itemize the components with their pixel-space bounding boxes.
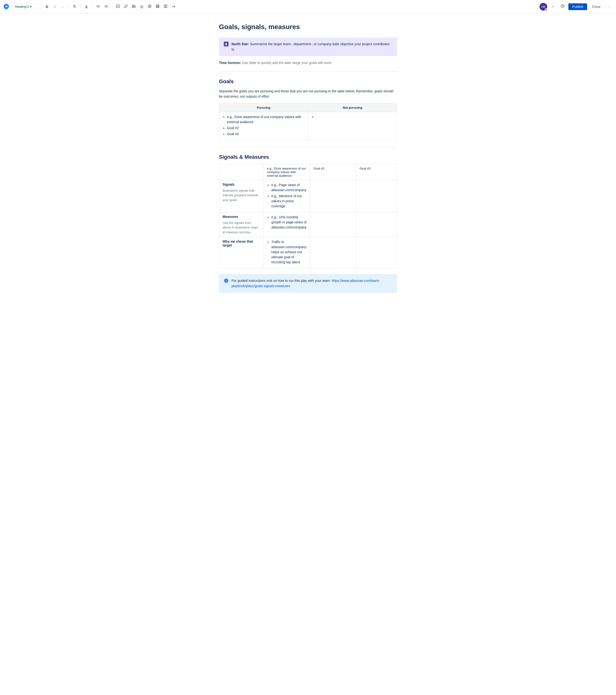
heading-selector[interactable]: Heading 2 ▾ — [13, 4, 39, 10]
insert-more-button[interactable]: +▾ — [170, 3, 177, 11]
ellipsis-icon: ··· — [61, 5, 64, 9]
why-label-cell: Why we chose that target — [219, 237, 264, 268]
time-horizon-label: Time horizon: — [219, 61, 241, 65]
heading-selector-label: Heading 2 — [15, 5, 29, 9]
link-button[interactable] — [122, 3, 130, 11]
pursuing-header: Pursuing — [219, 103, 308, 112]
plus-icon: + — [552, 5, 554, 9]
toolbar: Heading 2 ▾ B I ··· A — [0, 0, 616, 14]
toolbar-divider-4 — [92, 4, 93, 10]
signals-header-row: e.g., Drive awareness of our company val… — [219, 164, 397, 180]
section-divider-2 — [219, 147, 397, 147]
add-collaborator-button[interactable]: + — [549, 3, 557, 11]
signals-col2-header: e.g., Drive awareness of our company val… — [264, 164, 310, 180]
versions-button[interactable] — [559, 3, 566, 11]
info-callout-text: For guided instructions visit on how to … — [232, 278, 392, 289]
overflow-icon: ··· — [608, 5, 611, 9]
measures-label-cell: Measures Use the signals from above to b… — [219, 212, 264, 237]
table-row: e.g., Drive awareness of our company val… — [219, 112, 397, 140]
task-button[interactable] — [114, 3, 122, 11]
goals-table: Pursuing Not pursuing e.g., Drive awaren… — [219, 103, 397, 140]
goals-description: Separate the goals you are pursuing and … — [219, 88, 397, 99]
signals-label-cell: Signals Brainstorm signals that indicate… — [219, 180, 264, 212]
list-item — [316, 115, 394, 120]
north-star-text: North Star: Summarize the larger team-, … — [232, 41, 392, 52]
bold-button[interactable]: B — [43, 3, 51, 11]
info-icon — [224, 278, 229, 284]
insert-group: @ +▾ — [114, 3, 177, 11]
list-item: Goal #2 — [227, 125, 305, 131]
publish-button[interactable]: Publish — [568, 3, 587, 10]
svg-rect-21 — [156, 5, 159, 8]
toolbar-divider-1 — [41, 4, 41, 10]
bullet-list-icon — [96, 4, 100, 9]
link-icon — [124, 4, 128, 9]
overflow-button[interactable]: ··· — [605, 3, 613, 11]
list-item: e.g., 10% monthly growth in page views o… — [271, 215, 306, 230]
table-button[interactable] — [154, 3, 162, 11]
toolbar-divider-3 — [80, 4, 81, 10]
list-item: e.g., Page views of atlassian.com/compan… — [271, 183, 306, 193]
mention-icon: @ — [140, 5, 144, 9]
content-area: Goals, signals, measures North Star: Sum… — [214, 14, 402, 312]
svg-point-18 — [148, 5, 151, 8]
north-star-callout: North Star: Summarize the larger team-, … — [219, 37, 397, 56]
emoji-icon — [148, 4, 152, 9]
layout-button[interactable] — [162, 3, 169, 11]
list-item: e.g., Drive awareness of our company val… — [227, 115, 305, 124]
not-pursuing-header: Not pursuing — [308, 103, 397, 112]
svg-point-5 — [97, 6, 97, 6]
north-star-icon — [224, 41, 229, 47]
page-title: Goals, signals, measures — [219, 23, 397, 31]
ordered-list-button[interactable]: 1.2.3. — [102, 3, 110, 11]
section-divider-1 — [219, 71, 397, 72]
why-row: Why we chose that target Traffic to atla… — [219, 237, 397, 268]
time-horizon: Time horizon: Use /date to quickly add t… — [219, 61, 397, 65]
bullet-list-button[interactable] — [94, 3, 102, 11]
image-button[interactable] — [130, 3, 138, 11]
toolbar-divider-5 — [112, 4, 112, 10]
why-data-cell-2 — [310, 237, 356, 268]
user-avatar[interactable]: CK C — [539, 3, 547, 11]
signals-col3-header: Goal #2 — [310, 164, 356, 180]
signals-heading: Signals & Measures — [219, 154, 397, 160]
svg-point-19 — [149, 6, 149, 6]
svg-rect-1 — [73, 6, 75, 6]
svg-point-32 — [226, 280, 227, 280]
svg-rect-27 — [166, 5, 167, 8]
signals-col1-header — [219, 164, 264, 180]
signals-row: Signals Brainstorm signals that indicate… — [219, 180, 397, 212]
measures-row: Measures Use the signals from above to b… — [219, 212, 397, 237]
table-icon — [156, 4, 160, 9]
measures-data-cell-2 — [310, 212, 356, 237]
mention-button[interactable]: @ — [138, 3, 146, 11]
more-formatting-button[interactable]: ··· — [59, 3, 67, 11]
list-item: Traffic to atlassian.com/company helps u… — [271, 239, 306, 265]
chevron-down-icon: ▾ — [30, 5, 32, 9]
signals-data-cell-2 — [310, 180, 356, 212]
signals-table: e.g., Drive awareness of our company val… — [219, 164, 397, 269]
svg-text:3.: 3. — [105, 6, 106, 8]
app-logo — [3, 3, 10, 10]
emoji-button[interactable] — [146, 3, 153, 11]
why-data-cell-1: Traffic to atlassian.com/company helps u… — [264, 237, 310, 268]
svg-rect-26 — [164, 5, 166, 8]
text-color-button[interactable]: A — [83, 3, 90, 11]
list-item: Goal #3 — [227, 132, 305, 137]
versions-icon — [561, 4, 565, 9]
list-item: e.g., Mentions of our values in press co… — [271, 193, 306, 209]
svg-point-20 — [150, 6, 150, 6]
align-icon — [73, 4, 77, 9]
align-button[interactable] — [71, 3, 79, 11]
italic-button[interactable]: I — [51, 3, 59, 11]
info-callout: For guided instructions visit on how to … — [219, 274, 397, 293]
close-button[interactable]: Close — [589, 3, 603, 10]
svg-rect-31 — [226, 281, 227, 282]
svg-rect-2 — [73, 7, 76, 7]
measures-data-cell-3 — [356, 212, 397, 237]
svg-rect-0 — [73, 5, 76, 5]
svg-point-7 — [97, 7, 97, 7]
text-color-icon: A — [85, 5, 88, 9]
measures-data-cell-1: e.g., 10% monthly growth in page views o… — [264, 212, 310, 237]
north-star-label: North Star: — [232, 42, 249, 46]
